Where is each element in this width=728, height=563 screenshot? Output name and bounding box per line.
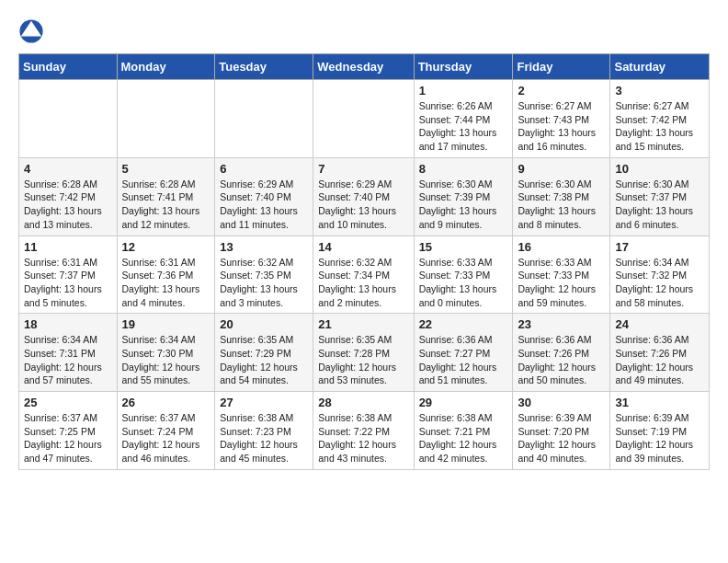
calendar-cell: 3Sunrise: 6:27 AM Sunset: 7:42 PM Daylig… [610,80,710,158]
calendar-cell: 19Sunrise: 6:34 AM Sunset: 7:30 PM Dayli… [117,314,215,392]
cell-content: Sunrise: 6:38 AM Sunset: 7:23 PM Dayligh… [220,411,308,465]
day-number: 29 [419,396,508,409]
weekday-header-friday: Friday [513,54,610,80]
logo [18,18,48,44]
day-number: 31 [615,396,704,409]
cell-content: Sunrise: 6:29 AM Sunset: 7:40 PM Dayligh… [220,178,308,232]
day-number: 8 [419,162,508,176]
cell-content: Sunrise: 6:27 AM Sunset: 7:42 PM Dayligh… [615,99,704,154]
weekday-header-thursday: Thursday [414,54,513,80]
cell-content: Sunrise: 6:32 AM Sunset: 7:35 PM Dayligh… [220,256,308,310]
day-number: 5 [122,162,210,176]
cell-content: Sunrise: 6:27 AM Sunset: 7:43 PM Dayligh… [518,99,605,154]
calendar-week-2: 4Sunrise: 6:28 AM Sunset: 7:42 PM Daylig… [19,157,710,236]
cell-content: Sunrise: 6:39 AM Sunset: 7:20 PM Dayligh… [518,411,605,465]
day-number: 11 [24,240,112,254]
cell-content: Sunrise: 6:34 AM Sunset: 7:30 PM Dayligh… [122,333,210,387]
calendar-week-1: 1Sunrise: 6:26 AM Sunset: 7:44 PM Daylig… [19,80,710,158]
calendar-cell: 23Sunrise: 6:36 AM Sunset: 7:26 PM Dayli… [513,314,610,392]
cell-content: Sunrise: 6:34 AM Sunset: 7:32 PM Dayligh… [615,256,704,310]
weekday-header-wednesday: Wednesday [313,54,414,80]
cell-content: Sunrise: 6:36 AM Sunset: 7:26 PM Dayligh… [615,333,704,387]
calendar-cell: 27Sunrise: 6:38 AM Sunset: 7:23 PM Dayli… [215,392,313,470]
page-header [18,18,710,44]
day-number: 7 [318,162,408,176]
calendar-cell [117,80,215,158]
cell-content: Sunrise: 6:35 AM Sunset: 7:28 PM Dayligh… [318,333,408,387]
cell-content: Sunrise: 6:37 AM Sunset: 7:24 PM Dayligh… [122,411,210,465]
calendar-cell: 31Sunrise: 6:39 AM Sunset: 7:19 PM Dayli… [610,392,710,470]
calendar-cell: 7Sunrise: 6:29 AM Sunset: 7:40 PM Daylig… [313,157,414,236]
weekday-header-monday: Monday [117,54,215,80]
day-number: 15 [419,240,508,254]
cell-content: Sunrise: 6:28 AM Sunset: 7:42 PM Dayligh… [24,178,112,232]
calendar-cell: 26Sunrise: 6:37 AM Sunset: 7:24 PM Dayli… [117,392,215,470]
day-number: 12 [122,240,210,254]
cell-content: Sunrise: 6:33 AM Sunset: 7:33 PM Dayligh… [419,256,508,310]
calendar-cell: 2Sunrise: 6:27 AM Sunset: 7:43 PM Daylig… [513,80,610,158]
day-number: 17 [615,240,704,254]
day-number: 2 [518,84,605,98]
cell-content: Sunrise: 6:28 AM Sunset: 7:41 PM Dayligh… [122,178,210,232]
calendar-cell [215,80,313,158]
cell-content: Sunrise: 6:30 AM Sunset: 7:39 PM Dayligh… [419,178,508,232]
day-number: 10 [615,162,704,176]
day-number: 26 [122,396,210,409]
day-number: 24 [615,317,704,331]
calendar-cell: 5Sunrise: 6:28 AM Sunset: 7:41 PM Daylig… [117,157,215,236]
cell-content: Sunrise: 6:38 AM Sunset: 7:21 PM Dayligh… [419,411,508,465]
calendar-cell: 16Sunrise: 6:33 AM Sunset: 7:33 PM Dayli… [513,236,610,314]
calendar-cell: 24Sunrise: 6:36 AM Sunset: 7:26 PM Dayli… [610,314,710,392]
day-number: 4 [24,162,112,176]
cell-content: Sunrise: 6:36 AM Sunset: 7:27 PM Dayligh… [419,333,508,387]
cell-content: Sunrise: 6:26 AM Sunset: 7:44 PM Dayligh… [419,99,508,154]
calendar-week-3: 11Sunrise: 6:31 AM Sunset: 7:37 PM Dayli… [19,236,710,314]
calendar-cell: 22Sunrise: 6:36 AM Sunset: 7:27 PM Dayli… [414,314,513,392]
weekday-header-tuesday: Tuesday [215,54,313,80]
calendar-cell: 30Sunrise: 6:39 AM Sunset: 7:20 PM Dayli… [513,392,610,470]
day-number: 21 [318,317,408,331]
calendar-header-row: SundayMondayTuesdayWednesdayThursdayFrid… [19,54,710,80]
weekday-header-sunday: Sunday [19,54,118,80]
cell-content: Sunrise: 6:31 AM Sunset: 7:36 PM Dayligh… [122,256,210,310]
day-number: 30 [518,396,605,409]
cell-content: Sunrise: 6:39 AM Sunset: 7:19 PM Dayligh… [615,411,704,465]
calendar-cell: 21Sunrise: 6:35 AM Sunset: 7:28 PM Dayli… [313,314,414,392]
calendar-cell: 14Sunrise: 6:32 AM Sunset: 7:34 PM Dayli… [313,236,414,314]
calendar-cell: 6Sunrise: 6:29 AM Sunset: 7:40 PM Daylig… [215,157,313,236]
cell-content: Sunrise: 6:37 AM Sunset: 7:25 PM Dayligh… [24,411,112,465]
day-number: 9 [518,162,605,176]
cell-content: Sunrise: 6:29 AM Sunset: 7:40 PM Dayligh… [318,178,408,232]
day-number: 19 [122,317,210,331]
cell-content: Sunrise: 6:33 AM Sunset: 7:33 PM Dayligh… [518,256,605,310]
calendar-cell: 11Sunrise: 6:31 AM Sunset: 7:37 PM Dayli… [19,236,118,314]
calendar-cell: 18Sunrise: 6:34 AM Sunset: 7:31 PM Dayli… [19,314,118,392]
day-number: 3 [615,84,704,98]
logo-icon [18,18,44,44]
calendar-week-5: 25Sunrise: 6:37 AM Sunset: 7:25 PM Dayli… [19,392,710,470]
day-number: 27 [220,396,308,409]
calendar-cell: 29Sunrise: 6:38 AM Sunset: 7:21 PM Dayli… [414,392,513,470]
day-number: 28 [318,396,408,409]
calendar-cell: 20Sunrise: 6:35 AM Sunset: 7:29 PM Dayli… [215,314,313,392]
calendar-table: SundayMondayTuesdayWednesdayThursdayFrid… [18,53,710,470]
day-number: 20 [220,317,308,331]
calendar-cell: 15Sunrise: 6:33 AM Sunset: 7:33 PM Dayli… [414,236,513,314]
cell-content: Sunrise: 6:30 AM Sunset: 7:38 PM Dayligh… [518,178,605,232]
cell-content: Sunrise: 6:30 AM Sunset: 7:37 PM Dayligh… [615,178,704,232]
calendar-cell: 9Sunrise: 6:30 AM Sunset: 7:38 PM Daylig… [513,157,610,236]
day-number: 22 [419,317,508,331]
cell-content: Sunrise: 6:31 AM Sunset: 7:37 PM Dayligh… [24,256,112,310]
day-number: 14 [318,240,408,254]
day-number: 18 [24,317,112,331]
calendar-cell: 25Sunrise: 6:37 AM Sunset: 7:25 PM Dayli… [19,392,118,470]
day-number: 13 [220,240,308,254]
cell-content: Sunrise: 6:35 AM Sunset: 7:29 PM Dayligh… [220,333,308,387]
calendar-cell [19,80,118,158]
calendar-cell: 28Sunrise: 6:38 AM Sunset: 7:22 PM Dayli… [313,392,414,470]
cell-content: Sunrise: 6:38 AM Sunset: 7:22 PM Dayligh… [318,411,408,465]
calendar-cell: 1Sunrise: 6:26 AM Sunset: 7:44 PM Daylig… [414,80,513,158]
day-number: 6 [220,162,308,176]
calendar-week-4: 18Sunrise: 6:34 AM Sunset: 7:31 PM Dayli… [19,314,710,392]
day-number: 16 [518,240,605,254]
